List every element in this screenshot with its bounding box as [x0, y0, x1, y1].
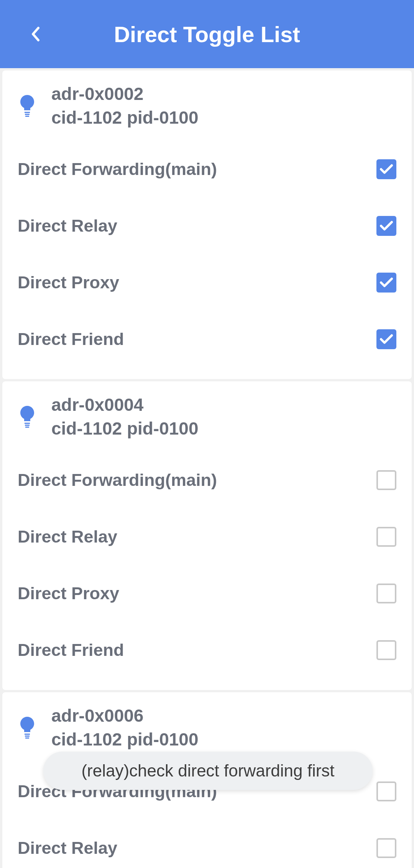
toggle-row: Direct Proxy: [18, 565, 396, 622]
toggle-label: Direct Forwarding(main): [18, 159, 217, 179]
checkbox-direct-relay[interactable]: [376, 527, 396, 547]
checkbox-direct-relay[interactable]: [376, 216, 396, 236]
svg-rect-4: [25, 425, 30, 426]
device-card: adr-0x0002 cid-1102 pid-0100 Direct Forw…: [2, 70, 412, 379]
card-header: adr-0x0004 cid-1102 pid-0100: [18, 393, 396, 440]
card-title-ids: cid-1102 pid-0100: [51, 106, 199, 129]
card-title-ids: cid-1102 pid-0100: [51, 417, 199, 440]
toggle-row: Direct Relay: [18, 198, 396, 254]
card-header: adr-0x0002 cid-1102 pid-0100: [18, 82, 396, 129]
svg-rect-2: [25, 116, 29, 117]
checkbox-direct-forwarding[interactable]: [376, 781, 396, 801]
chevron-left-icon: [31, 26, 40, 42]
card-title-address: adr-0x0006: [51, 704, 199, 727]
toggle-row: Direct Forwarding(main): [18, 141, 396, 198]
lightbulb-icon: [18, 714, 37, 741]
lightbulb-icon: [18, 92, 37, 119]
svg-rect-3: [25, 423, 30, 424]
toggle-label: Direct Friend: [18, 329, 124, 349]
checkbox-direct-forwarding[interactable]: [376, 470, 396, 490]
toast-message: (relay)check direct forwarding first: [43, 752, 373, 790]
card-header: adr-0x0006 cid-1102 pid-0100: [18, 704, 396, 751]
svg-rect-5: [25, 427, 29, 428]
card-title: adr-0x0002 cid-1102 pid-0100: [51, 82, 199, 129]
card-title: adr-0x0004 cid-1102 pid-0100: [51, 393, 199, 440]
toggle-row: Direct Friend: [18, 311, 396, 368]
svg-rect-8: [25, 737, 29, 739]
svg-rect-7: [25, 736, 30, 737]
toggle-row: Direct Forwarding(main): [18, 452, 396, 508]
checkbox-direct-friend[interactable]: [376, 329, 396, 349]
checkbox-direct-relay[interactable]: [376, 838, 396, 858]
checkbox-direct-friend[interactable]: [376, 640, 396, 660]
card-title-address: adr-0x0004: [51, 393, 199, 417]
toggle-label: Direct Forwarding(main): [18, 470, 217, 490]
toggle-label: Direct Friend: [18, 640, 124, 660]
toast-text: (relay)check direct forwarding first: [81, 761, 334, 780]
toggle-label: Direct Relay: [18, 527, 117, 547]
toggle-row: Direct Relay: [18, 508, 396, 565]
toggle-row: Direct Friend: [18, 622, 396, 678]
checkbox-direct-proxy[interactable]: [376, 584, 396, 603]
toggle-row: Direct Proxy: [18, 254, 396, 311]
card-title-ids: cid-1102 pid-0100: [51, 727, 199, 751]
checkbox-direct-proxy[interactable]: [376, 273, 396, 293]
card-title: adr-0x0006 cid-1102 pid-0100: [51, 704, 199, 751]
lightbulb-icon: [18, 403, 37, 430]
card-title-address: adr-0x0002: [51, 82, 199, 106]
toggle-label: Direct Proxy: [18, 584, 119, 603]
toggle-label: Direct Relay: [18, 216, 117, 236]
svg-rect-0: [25, 112, 30, 113]
svg-rect-6: [25, 734, 30, 735]
toggle-label: Direct Proxy: [18, 273, 119, 293]
back-button[interactable]: [26, 25, 44, 43]
toggle-label: Direct Relay: [18, 838, 117, 858]
page-title: Direct Toggle List: [114, 21, 300, 47]
device-card: adr-0x0004 cid-1102 pid-0100 Direct Forw…: [2, 381, 412, 690]
svg-rect-1: [25, 114, 30, 115]
header: Direct Toggle List: [0, 0, 414, 68]
toggle-row: Direct Relay: [18, 820, 396, 868]
checkbox-direct-forwarding[interactable]: [376, 159, 396, 179]
